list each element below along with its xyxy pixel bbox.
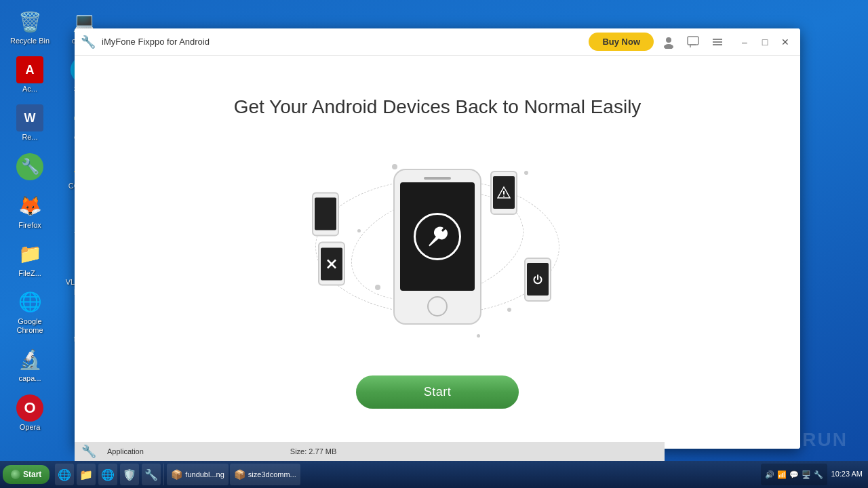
security-icon: 🛡️ xyxy=(123,468,136,481)
small-phone-power-screen xyxy=(527,263,549,296)
taskbar-app-1[interactable]: 📦 fundubl...ng xyxy=(167,464,229,485)
word-icon: W xyxy=(16,104,43,131)
minimize-button[interactable]: – xyxy=(735,33,754,52)
opera-icon: O xyxy=(16,394,43,422)
phone-home-button xyxy=(427,296,448,317)
phone-scene xyxy=(295,138,580,355)
app-window: 🔧 iMyFone Fixppo for Android Buy Now xyxy=(75,28,800,449)
explorer-icon: 📁 xyxy=(79,468,93,481)
dot-6 xyxy=(477,334,480,338)
system-clock: 10:23 AM xyxy=(831,469,863,479)
center-phone xyxy=(393,169,481,325)
desktop-icons-container: 🗑️ Recycle Bin A Ac... W Re... 🔧 🦊 Firef… xyxy=(0,0,68,461)
chrome-icon: 🌐 xyxy=(16,289,43,316)
taskbar-chrome-button[interactable]: 🌐 xyxy=(98,464,117,485)
taskbar-explorer-button[interactable]: 📁 xyxy=(77,464,96,485)
taskbar-fixppo-button[interactable]: 🔧 xyxy=(142,464,161,485)
dot-3 xyxy=(375,285,380,290)
tray-volume-icon[interactable]: 🔊 xyxy=(765,470,774,479)
small-phone-left xyxy=(312,192,339,236)
taskbar-app-2-label: size3dcomm... xyxy=(248,470,296,479)
app-logo-icon: 🔧 xyxy=(80,34,96,50)
main-heading: Get Your Android Devices Back to Normal … xyxy=(234,96,642,118)
wrench-circle-icon xyxy=(414,213,461,260)
dot-2 xyxy=(524,171,528,175)
title-bar: 🔧 iMyFone Fixppo for Android Buy Now xyxy=(75,28,800,56)
desktop-icon-chrome[interactable]: 🌐 Google Chrome xyxy=(5,286,54,338)
chat-button[interactable] xyxy=(684,33,703,52)
dot-4 xyxy=(507,308,511,312)
anyrun-text: ANY xyxy=(738,429,782,451)
quick-launch: 🌐 📁 🌐 🛡️ 🔧 xyxy=(52,464,164,485)
capa-label: capa... xyxy=(18,374,41,383)
wrench-svg-icon xyxy=(424,223,451,250)
window-controls: – □ ✕ xyxy=(735,33,795,52)
user-account-button[interactable] xyxy=(659,33,678,52)
taskbar-app-2[interactable]: 📦 size3dcomm... xyxy=(230,464,300,485)
desktop-icon-word[interactable]: W Re... xyxy=(5,102,54,144)
desktop-icon-fixppo[interactable]: 🔧 xyxy=(5,150,54,184)
desktop-icon-opera[interactable]: O Opera xyxy=(5,392,54,434)
taskbar: Start 🌐 📁 🌐 🛡️ 🔧 📦 fundubl...ng xyxy=(0,461,868,488)
firefox-label: Firefox xyxy=(18,221,41,230)
taskbar-app-1-icon: 📦 xyxy=(171,469,182,480)
recycle-bin-icon: 🗑️ xyxy=(16,8,43,35)
bottom-info-bar: 🔧 Application Size: 2.77 MB xyxy=(75,442,665,461)
small-phone-x-screen xyxy=(321,247,342,280)
x-icon xyxy=(326,258,338,270)
small-phone-warning xyxy=(490,171,517,215)
desktop-icon-capa[interactable]: 🔬 capa... xyxy=(5,343,54,386)
start-menu-button[interactable]: Start xyxy=(3,465,50,484)
taskbar-right: 🔊 📶 💬 🖥️ 🔧 10:23 AM xyxy=(755,464,868,485)
clock-time: 10:23 AM xyxy=(831,469,863,479)
taskbar-app-2-icon: 📦 xyxy=(234,469,245,480)
filez-label: FileZ... xyxy=(18,269,41,278)
user-icon xyxy=(662,35,675,49)
tray-network-icon[interactable]: 📶 xyxy=(777,470,787,479)
taskbar-app-1-label: fundubl...ng xyxy=(185,470,224,479)
hamburger-icon xyxy=(711,36,724,48)
app-main-content: Get Your Android Devices Back to Normal … xyxy=(75,56,800,449)
ie-icon: 🌐 xyxy=(58,468,71,481)
bottom-app-size: Size: 2.77 MB xyxy=(290,447,336,455)
power-icon xyxy=(532,273,544,285)
menu-button[interactable] xyxy=(708,33,727,52)
close-button[interactable]: ✕ xyxy=(776,33,795,52)
desktop-icon-recycle-bin[interactable]: 🗑️ Recycle Bin xyxy=(5,5,54,48)
adobe-icon: A xyxy=(16,56,43,83)
bottom-app-type: Application xyxy=(107,447,144,455)
svg-rect-2 xyxy=(688,37,698,45)
adobe-label: Ac... xyxy=(22,85,37,94)
phone-body xyxy=(393,169,481,325)
word-label: Re... xyxy=(22,133,37,142)
recycle-bin-label: Recycle Bin xyxy=(10,37,50,45)
opera-label: Opera xyxy=(20,423,41,432)
desktop: 🗑️ Recycle Bin A Ac... W Re... 🔧 🦊 Firef… xyxy=(0,0,868,488)
taskbar-security-button[interactable]: 🛡️ xyxy=(120,464,139,485)
firefox-icon: 🦊 xyxy=(16,192,43,220)
anyrun-play-icon xyxy=(785,432,800,447)
chrome-taskbar-icon: 🌐 xyxy=(101,468,115,481)
anyrun-watermark: ANY RUN xyxy=(738,429,848,451)
tray-display-icon[interactable]: 🖥️ xyxy=(802,470,811,479)
taskbar-ie-button[interactable]: 🌐 xyxy=(55,464,74,485)
desktop-icon-firefox[interactable]: 🦊 Firefox xyxy=(5,190,54,232)
desktop-icon-filez[interactable]: 📁 FileZ... xyxy=(5,238,54,281)
start-button[interactable]: Start xyxy=(356,375,519,409)
bottom-app-icon: 🔧 xyxy=(81,444,96,459)
tray-fixppo-tray-icon[interactable]: 🔧 xyxy=(814,470,823,479)
chat-icon xyxy=(687,36,699,48)
tray-action-center-icon[interactable]: 💬 xyxy=(789,470,799,479)
system-tray: 🔊 📶 💬 🖥️ 🔧 xyxy=(761,464,827,485)
phone-speaker xyxy=(424,177,451,180)
svg-point-0 xyxy=(666,37,671,43)
svg-point-8 xyxy=(503,196,505,197)
small-phone-warning-screen xyxy=(493,176,515,209)
warning-icon xyxy=(497,186,511,199)
small-phone-x xyxy=(318,242,345,286)
buy-now-button[interactable]: Buy Now xyxy=(589,33,654,51)
fixppo-icon: 🔧 xyxy=(16,153,43,180)
phone-screen xyxy=(400,182,475,291)
maximize-button[interactable]: □ xyxy=(755,33,774,52)
desktop-icon-adobe[interactable]: A Ac... xyxy=(5,54,54,96)
